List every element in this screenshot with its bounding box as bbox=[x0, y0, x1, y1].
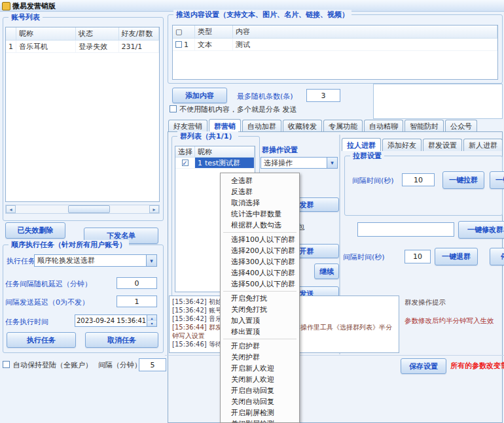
subtab-newcomer[interactable]: 新人进群 bbox=[463, 139, 503, 151]
random-mode-checkbox[interactable] bbox=[170, 105, 177, 112]
main-tabstrip: 好友营销 群营销 自动加群 收藏转发 专属功能 自动精聊 智能防封 公众号 bbox=[168, 120, 478, 132]
spin-up-icon[interactable]: ▴ bbox=[147, 315, 156, 321]
menu-item-unpin[interactable]: 移出置顶 bbox=[221, 326, 299, 337]
menu-item-autoreply-on[interactable]: 开启自动回复 bbox=[221, 385, 299, 396]
menu-item-under-500[interactable]: 选择500人以下的群 bbox=[221, 279, 299, 290]
menu-item-under-100[interactable]: 选择100人以下的群 bbox=[221, 234, 299, 245]
run-task-button[interactable]: 执行任务 bbox=[7, 332, 76, 348]
menu-item-mute-on[interactable]: 开启免打扰 bbox=[221, 293, 299, 304]
pull-group-button[interactable]: 一键拉群 bbox=[442, 171, 484, 189]
group-ops-label: 群操作设置 bbox=[262, 145, 298, 155]
content-col-select[interactable]: ▢ bbox=[173, 25, 195, 38]
chevron-down-icon[interactable]: ▾ bbox=[146, 255, 156, 266]
quit-interval-input[interactable] bbox=[405, 250, 431, 263]
group-ops-select[interactable]: 选择操作 ▾ bbox=[261, 157, 338, 169]
add-content-button[interactable]: 添加内容 bbox=[172, 88, 227, 103]
tab-favorites-forward[interactable]: 收藏转发 bbox=[283, 120, 322, 132]
content-row[interactable]: 1 文本 测试 bbox=[173, 39, 497, 51]
tab-group-marketing[interactable]: 群营销 bbox=[209, 119, 241, 132]
group-col-nick[interactable]: 昵称 bbox=[195, 146, 255, 157]
kick-button[interactable]: 一键踢人 bbox=[490, 171, 504, 189]
tab-friend-marketing[interactable]: 好友营销 bbox=[168, 120, 207, 132]
auto-wake-checkbox[interactable] bbox=[3, 361, 10, 368]
account-table-hscrollbar[interactable]: ◂ ▸ bbox=[5, 205, 160, 214]
content-preview-box[interactable] bbox=[373, 84, 503, 119]
send-delay-input[interactable] bbox=[117, 296, 157, 307]
continue-button[interactable]: 继续 bbox=[314, 263, 339, 279]
tab-official-account[interactable]: 公众号 bbox=[445, 120, 477, 132]
content-table-header: ▢ 类型 内容 bbox=[173, 25, 497, 39]
menu-separator bbox=[223, 339, 297, 339]
pull-interval-input[interactable] bbox=[402, 173, 435, 186]
account-row-nick: 音乐耳机 bbox=[16, 41, 76, 52]
tab-auto-chat[interactable]: 自动精聊 bbox=[364, 120, 403, 132]
task-delay-input[interactable] bbox=[117, 277, 157, 289]
menu-item-select-all[interactable]: 全选群 bbox=[221, 175, 299, 186]
group-col-select[interactable]: 选择 bbox=[175, 146, 195, 157]
max-random-input[interactable] bbox=[306, 89, 340, 102]
account-row-num: 1 bbox=[6, 41, 16, 52]
scroll-left-icon[interactable]: ◂ bbox=[6, 205, 16, 213]
scrollbar-thumb[interactable] bbox=[68, 205, 110, 213]
tab-anti-ban[interactable]: 智能防封 bbox=[405, 120, 444, 132]
account-col-status[interactable]: 状态 bbox=[76, 27, 118, 40]
wake-interval-input[interactable] bbox=[139, 358, 166, 371]
task-time-picker[interactable]: 2023-09-24 15:36:41 ▴ ▾ bbox=[75, 314, 157, 327]
content-row-num: 1 bbox=[184, 41, 189, 49]
menu-item-guard-off[interactable]: 关闭护群 bbox=[221, 352, 299, 363]
group-row[interactable]: ✓ 1 test测试群 bbox=[175, 158, 255, 169]
menu-item-flood-off[interactable]: 关闭刷屏检测 bbox=[221, 418, 299, 423]
rename-input[interactable] bbox=[357, 222, 454, 237]
menu-item-welcome-off[interactable]: 关闭新人欢迎 bbox=[221, 374, 299, 385]
group-row-checkbox[interactable]: ✓ bbox=[182, 160, 189, 166]
menu-item-guard-on[interactable]: 开启护群 bbox=[221, 341, 299, 352]
exec-task-select[interactable]: 顺序轮换发送选群 ▾ bbox=[34, 254, 157, 267]
menu-item-under-300[interactable]: 选择300人以下的群 bbox=[221, 256, 299, 267]
menu-item-count-selected[interactable]: 统计选中群数量 bbox=[221, 209, 299, 220]
spin-down-icon[interactable]: ▾ bbox=[147, 321, 156, 327]
pull-interval-label: 间隔时间(秒) bbox=[352, 176, 394, 186]
scroll-right-icon[interactable]: ▸ bbox=[149, 205, 159, 213]
delete-invalid-button[interactable]: 已失效删除 bbox=[5, 222, 65, 239]
menu-item-pin[interactable]: 加入置顶 bbox=[221, 315, 299, 326]
subtab-add-friends[interactable]: 添加好友 bbox=[382, 139, 422, 151]
save-settings-button[interactable]: 保存设置 bbox=[401, 358, 446, 374]
rename-group-button[interactable]: 一键修改群名 bbox=[458, 221, 504, 239]
account-table[interactable]: 昵称 状态 好友/群数 1 音乐耳机 登录失效 231/1 bbox=[5, 27, 160, 202]
stop-button[interactable]: 停止 bbox=[490, 248, 504, 265]
menu-item-invert-selection[interactable]: 反选群 bbox=[221, 186, 299, 197]
content-col-content[interactable]: 内容 bbox=[233, 25, 497, 38]
chevron-down-icon[interactable]: ▾ bbox=[327, 158, 337, 168]
menu-item-under-400[interactable]: 选择400人以下的群 bbox=[221, 267, 299, 279]
menu-item-select-by-size[interactable]: 根据群人数勾选 bbox=[221, 220, 299, 231]
tab-special-features[interactable]: 专属功能 bbox=[323, 120, 363, 132]
menu-item-welcome-on[interactable]: 开启新人欢迎 bbox=[221, 363, 299, 374]
account-col-nick[interactable]: 昵称 bbox=[16, 27, 76, 40]
account-row[interactable]: 1 音乐耳机 登录失效 231/1 bbox=[6, 41, 159, 53]
cancel-task-button[interactable]: 取消任务 bbox=[85, 332, 158, 348]
max-random-label: 最多随机条数(条) bbox=[237, 92, 293, 101]
group-row-selected[interactable]: 1 test测试群 bbox=[195, 158, 255, 168]
content-col-type[interactable]: 类型 bbox=[195, 25, 233, 38]
app-window: 微易发营销版 账号列表 昵称 状态 好友/群数 1 音乐耳机 登录失效 231/… bbox=[0, 0, 504, 423]
menu-item-under-200[interactable]: 选择200人以下的群 bbox=[221, 245, 299, 256]
quit-group-button[interactable]: 一键退群 bbox=[435, 248, 478, 265]
subtab-pull-into-group[interactable]: 拉人进群 bbox=[342, 138, 381, 151]
content-row-checkbox[interactable] bbox=[175, 41, 182, 48]
account-col-counts[interactable]: 好友/群数 bbox=[119, 27, 159, 40]
account-table-header: 昵称 状态 好友/群数 bbox=[6, 27, 159, 41]
time-spinner[interactable]: ▴ ▾ bbox=[147, 315, 156, 326]
menu-separator bbox=[223, 291, 297, 292]
content-row-type: 文本 bbox=[195, 39, 233, 50]
notice-line1: 群发操作提示 bbox=[405, 298, 501, 307]
menu-item-clear-selection[interactable]: 取消选择 bbox=[221, 197, 299, 209]
menu-item-autoreply-off[interactable]: 关闭自动回复 bbox=[221, 396, 299, 407]
menu-item-mute-off[interactable]: 关闭免打扰 bbox=[221, 304, 299, 315]
menu-item-flood-on[interactable]: 开启刷屏检测 bbox=[221, 407, 299, 418]
tab-auto-join-group[interactable]: 自动加群 bbox=[242, 120, 281, 132]
account-list-groupbox: 账号列表 昵称 状态 好友/群数 1 音乐耳机 登录失效 231/1 ◂ ▸ bbox=[3, 17, 164, 221]
content-table[interactable]: ▢ 类型 内容 1 文本 测试 bbox=[172, 25, 498, 80]
quit-interval-label: 间隔时间(秒) bbox=[343, 252, 385, 262]
subtab-group-send-settings[interactable]: 群发设置 bbox=[423, 139, 462, 151]
group-table-header: 选择 昵称 bbox=[175, 146, 255, 158]
